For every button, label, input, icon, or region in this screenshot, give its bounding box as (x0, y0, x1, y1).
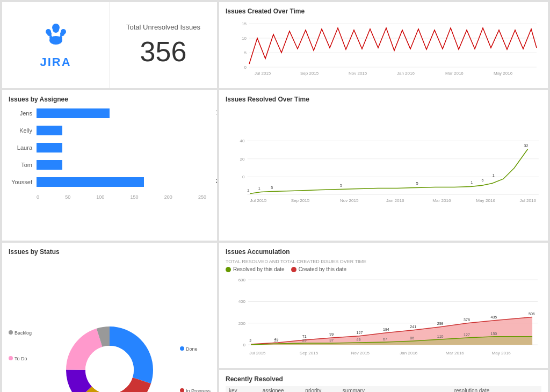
accumulation-chart-svg: 600 400 200 0 Jul 2015 Sep 2015 Nov 2015… (226, 274, 541, 361)
svg-text:67: 67 (383, 337, 387, 341)
jira-brand-text: JIRA (40, 55, 71, 69)
svg-point-8 (60, 32, 64, 36)
svg-text:71: 71 (302, 335, 307, 338)
recently-resolved-panel: Recently Resolved key assignee priority … (219, 370, 548, 392)
bar-label: Tom (9, 162, 37, 168)
bar-label: Youssef (9, 179, 37, 185)
svg-text:May 2016: May 2016 (492, 351, 511, 355)
svg-text:2: 2 (249, 339, 251, 343)
total-issues-label: Total Unresolved Issues (126, 23, 200, 31)
svg-point-7 (47, 32, 52, 36)
legend-selected: Selected for Develop... (9, 390, 63, 392)
svg-text:435: 435 (490, 315, 497, 319)
svg-text:400: 400 (238, 299, 246, 304)
total-issues-section: Total Unresolved Issues 356 (110, 2, 217, 88)
bar-label: Jens (9, 110, 37, 117)
svg-text:May 2016: May 2016 (476, 198, 495, 203)
legend-done: Done (180, 344, 211, 354)
svg-text:5: 5 (244, 50, 247, 55)
svg-text:Nov 2015: Nov 2015 (351, 351, 370, 355)
legend-created-item: Created by this date (291, 266, 347, 272)
svg-text:5: 5 (416, 182, 418, 186)
status-title: Issues by Status (9, 248, 211, 256)
recently-resolved-title: Recently Resolved (226, 375, 541, 383)
svg-text:40: 40 (240, 139, 245, 143)
svg-text:20: 20 (240, 157, 245, 162)
svg-text:Jan 2016: Jan 2016 (397, 71, 415, 76)
svg-text:6: 6 (481, 178, 483, 183)
bar-container: 208 (37, 177, 211, 187)
svg-text:Nov 2015: Nov 2015 (340, 198, 359, 203)
svg-text:Mar 2016: Mar 2016 (446, 351, 465, 355)
assignee-bar-chart: Jens 142 Kelly 50 Laura 50 Tom 50 (9, 106, 211, 202)
svg-text:10: 10 (242, 36, 247, 41)
bar-value: 142 (216, 109, 217, 115)
svg-text:5: 5 (271, 186, 273, 190)
legend-todo: To Do (9, 354, 63, 364)
svg-text:2: 2 (248, 188, 250, 193)
svg-text:0: 0 (243, 343, 246, 347)
svg-text:0: 0 (244, 65, 247, 70)
recently-resolved-table: key assignee priority summary resolution… (226, 386, 541, 392)
bar-container: 50 (37, 143, 211, 153)
svg-text:110: 110 (437, 335, 444, 338)
accumulation-panel: Issues Accumulation TOTAL RESOLVED AND T… (219, 243, 548, 368)
svg-point-6 (53, 26, 59, 33)
svg-text:May 2016: May 2016 (494, 71, 513, 76)
donut-legend-left: Backlog To Do Selected for Develop... In… (9, 328, 63, 392)
svg-text:127: 127 (464, 333, 470, 337)
bar-container: 50 (37, 160, 211, 170)
accumulation-subtitle: TOTAL RESOLVED AND TOTAL CREATED ISSUES … (226, 259, 541, 264)
svg-text:29: 29 (302, 338, 307, 342)
bar-label: Laura (9, 144, 37, 151)
svg-text:Nov 2015: Nov 2015 (349, 71, 367, 76)
svg-text:506: 506 (529, 312, 535, 316)
svg-text:Sep 2015: Sep 2015 (291, 198, 310, 203)
legend-inprogress: In Progress (180, 386, 211, 392)
svg-text:Jul 2015: Jul 2015 (249, 351, 266, 355)
svg-text:241: 241 (410, 325, 416, 329)
col-summary: summary (339, 386, 451, 392)
created-chart-title: Issues Created Over Time (226, 8, 541, 15)
right-bottom-section: Issues Accumulation TOTAL RESOLVED AND T… (219, 243, 548, 392)
assignee-bar-row: Laura 50 (9, 143, 211, 153)
svg-text:1: 1 (493, 173, 495, 178)
total-issues-number: 356 (140, 35, 187, 68)
svg-text:Sep 2015: Sep 2015 (300, 71, 319, 76)
svg-text:Jan 2016: Jan 2016 (386, 198, 404, 203)
donut-legend-right: Done In Progress (180, 344, 211, 392)
svg-text:Mar 2016: Mar 2016 (432, 198, 451, 203)
bar-label: Kelly (9, 127, 37, 134)
svg-text:86: 86 (410, 336, 414, 340)
svg-text:0: 0 (242, 175, 245, 179)
col-key: key (226, 386, 259, 392)
svg-text:Jul 2016: Jul 2016 (519, 198, 536, 203)
bar-container: 142 (37, 108, 211, 118)
svg-text:32: 32 (524, 144, 529, 148)
accumulation-legend: Resolved by this date Created by this da… (226, 266, 541, 272)
jira-logo-section: JIRA (2, 2, 110, 88)
svg-text:99: 99 (329, 332, 334, 336)
status-panel: Issues by Status Backlog To Do Selected … (2, 243, 217, 392)
assignee-title: Issues by Assignee (9, 96, 211, 103)
svg-text:378: 378 (464, 318, 470, 322)
donut-svg (61, 322, 158, 392)
resolved-chart-title: Issues Resolved Over Time (226, 96, 541, 103)
col-assignee: assignee (259, 386, 302, 392)
svg-text:1: 1 (471, 180, 473, 185)
assignee-bar-row: Tom 50 (9, 160, 211, 170)
svg-text:Jul 2015: Jul 2015 (255, 71, 271, 76)
bar-value: 208 (216, 178, 217, 184)
accumulation-title: Issues Accumulation (226, 248, 541, 256)
bar-container: 50 (37, 126, 211, 135)
legend-backlog: Backlog (9, 328, 63, 338)
legend-resolved-item: Resolved by this date (226, 266, 285, 272)
assignee-panel: Issues by Assignee Jens 142 Kelly 50 Lau… (2, 90, 217, 241)
svg-text:200: 200 (238, 321, 246, 326)
created-over-time-panel: Issues Created Over Time 15 10 5 0 Jul 2… (219, 2, 548, 88)
bar-fill (37, 126, 62, 135)
svg-text:Mar 2016: Mar 2016 (445, 71, 464, 76)
svg-text:49: 49 (357, 338, 361, 342)
svg-text:298: 298 (437, 322, 444, 325)
bar-fill (37, 177, 144, 187)
